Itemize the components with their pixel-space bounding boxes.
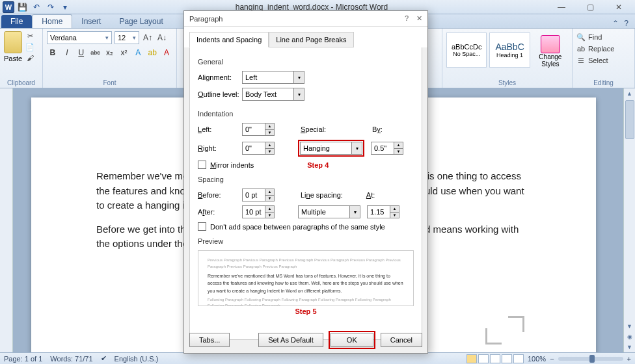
strike-button[interactable]: abc <box>90 47 101 58</box>
close-button[interactable]: ✕ <box>610 1 627 13</box>
word-count[interactable]: Words: 71/71 <box>50 355 92 363</box>
zoom-out-icon[interactable]: − <box>550 355 554 363</box>
minimize-button[interactable]: — <box>553 1 570 13</box>
shrink-font-icon[interactable]: A↓ <box>156 32 168 44</box>
zoom-in-icon[interactable]: + <box>627 355 631 363</box>
ribbon-minimize-icon[interactable]: ⌃ <box>612 19 619 28</box>
at-value: 1.15 <box>370 208 384 216</box>
underline-button[interactable]: U <box>75 47 87 58</box>
tab-page-layout[interactable]: Page Layout <box>110 15 172 28</box>
spin-up-icon[interactable]: ▲ <box>265 189 274 196</box>
dialog-help-icon[interactable]: ? <box>405 14 409 23</box>
spin-down-icon[interactable]: ▼ <box>265 213 274 218</box>
replace-button[interactable]: abReplace <box>576 43 630 55</box>
web-layout-view[interactable] <box>490 354 500 363</box>
find-button[interactable]: 🔍Find <box>576 31 630 43</box>
prev-page-icon[interactable]: ◉ <box>624 332 635 342</box>
change-styles-button[interactable]: Change Styles <box>533 32 568 68</box>
crop-marks <box>485 316 524 344</box>
set-default-button[interactable]: Set As Default <box>258 333 323 347</box>
undo-icon[interactable]: ↶ <box>31 2 42 12</box>
font-color-icon[interactable]: A <box>161 47 172 58</box>
draft-view[interactable] <box>513 354 524 363</box>
indent-right-spinner[interactable]: 0"▲▼ <box>242 142 275 155</box>
tab-indents-spacing[interactable]: Indents and Spacing <box>189 32 269 47</box>
spin-down-icon[interactable]: ▼ <box>394 149 403 155</box>
special-label: Special: <box>301 125 340 133</box>
text-effects-icon[interactable]: A <box>132 47 144 58</box>
language-status[interactable]: English (U.S.) <box>115 355 159 363</box>
style-heading-1[interactable]: AaBbC Heading 1 <box>489 32 530 68</box>
next-page-icon[interactable]: ▼ <box>624 342 635 352</box>
word-icon: W <box>3 1 14 13</box>
by-spinner[interactable]: 0.5"▲▼ <box>371 142 403 155</box>
tab-home[interactable]: Home <box>32 14 72 28</box>
dialog-close-icon[interactable]: ✕ <box>416 14 422 23</box>
help-icon[interactable]: ? <box>624 19 628 28</box>
copy-icon[interactable]: 📄 <box>25 42 35 51</box>
file-tab[interactable]: File <box>1 15 32 28</box>
mirror-indents-checkbox[interactable] <box>198 161 206 169</box>
font-group-label: Font <box>43 79 176 86</box>
outline-combo[interactable]: Body Text▾ <box>242 88 304 101</box>
font-name-combo[interactable]: Verdana▾ <box>47 31 112 44</box>
spin-down-icon[interactable]: ▼ <box>265 196 274 202</box>
spin-up-icon[interactable]: ▲ <box>265 124 274 130</box>
indent-left-value: 0" <box>245 125 252 133</box>
preview-header: Preview <box>198 237 414 245</box>
page-count[interactable]: Page: 1 of 1 <box>4 355 42 363</box>
full-screen-view[interactable] <box>478 354 489 363</box>
zoom-level[interactable]: 100% <box>528 355 546 363</box>
vertical-ruler <box>0 88 13 352</box>
italic-button[interactable]: I <box>61 47 73 58</box>
spin-up-icon[interactable]: ▲ <box>265 142 274 149</box>
zoom-slider[interactable] <box>558 357 623 361</box>
maximize-button[interactable]: ▢ <box>582 1 599 13</box>
style-no-spacing[interactable]: aBbCcDc No Spac... <box>446 32 487 68</box>
after-spinner[interactable]: 10 pt▲▼ <box>242 205 275 218</box>
superscript-button[interactable]: x² <box>118 47 129 58</box>
spin-up-icon[interactable]: ▲ <box>394 142 403 149</box>
tab-line-page-breaks[interactable]: Line and Page Breaks <box>269 32 353 47</box>
scroll-up-icon[interactable]: ▲ <box>624 88 635 99</box>
font-size-combo[interactable]: 12▾ <box>115 31 139 44</box>
alignment-combo[interactable]: Left▾ <box>242 71 304 84</box>
zoom-thumb[interactable] <box>589 355 595 363</box>
subscript-button[interactable]: x₂ <box>104 47 116 58</box>
qat-dropdown-icon[interactable]: ▾ <box>60 2 70 12</box>
after-value: 10 pt <box>245 208 261 216</box>
at-spinner[interactable]: 1.15▲▼ <box>367 205 399 218</box>
cancel-button[interactable]: Cancel <box>381 333 422 347</box>
outline-label: Outline level: <box>198 90 242 98</box>
paste-button[interactable]: Paste <box>4 31 22 62</box>
cut-icon[interactable]: ✂ <box>25 31 35 40</box>
print-layout-view[interactable] <box>466 354 477 363</box>
redo-icon[interactable]: ↷ <box>46 2 56 12</box>
spin-down-icon[interactable]: ▼ <box>390 213 399 218</box>
save-icon[interactable]: 💾 <box>17 2 27 12</box>
scroll-down-icon[interactable]: ▼ <box>624 321 635 332</box>
indent-left-spinner[interactable]: 0"▲▼ <box>242 123 275 136</box>
ok-button[interactable]: OK <box>331 333 373 347</box>
special-combo[interactable]: Hanging▾ <box>300 142 362 155</box>
spin-up-icon[interactable]: ▲ <box>390 206 399 213</box>
spin-down-icon[interactable]: ▼ <box>265 149 274 155</box>
line-spacing-combo[interactable]: Multiple▾ <box>298 205 360 218</box>
tabs-button[interactable]: Tabs... <box>189 333 230 347</box>
before-spinner[interactable]: 0 pt▲▼ <box>242 188 275 202</box>
vertical-scrollbar[interactable]: ▲ ▼ ◉ ▼ <box>623 88 635 352</box>
format-painter-icon[interactable]: 🖌 <box>25 53 35 62</box>
grow-font-icon[interactable]: A↑ <box>142 32 154 44</box>
highlight-icon[interactable]: ab <box>146 47 158 58</box>
outline-view[interactable] <box>502 354 512 363</box>
spin-down-icon[interactable]: ▼ <box>265 130 274 136</box>
tab-insert[interactable]: Insert <box>72 15 110 28</box>
chevron-down-icon: ▾ <box>351 142 362 154</box>
scroll-thumb[interactable] <box>625 100 634 139</box>
by-value: 0.5" <box>374 144 386 152</box>
spellcheck-icon[interactable]: ✔ <box>101 354 107 363</box>
bold-button[interactable]: B <box>47 47 59 58</box>
dont-add-space-checkbox[interactable] <box>198 222 206 231</box>
spin-up-icon[interactable]: ▲ <box>265 206 274 213</box>
select-button[interactable]: ☰Select <box>576 55 630 66</box>
